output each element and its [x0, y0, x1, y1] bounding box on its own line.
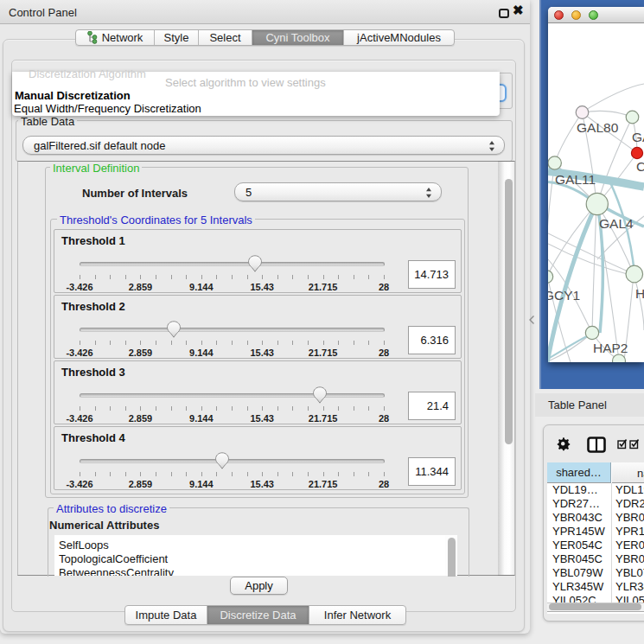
svg-text:GCY1: GCY1	[548, 288, 580, 303]
svg-text:GAL4: GAL4	[599, 216, 634, 231]
svg-text:GAL1: GAL1	[632, 130, 644, 144]
svg-text:HAP2: HAP2	[593, 341, 628, 355]
svg-text:GAL80: GAL80	[577, 120, 619, 135]
svg-text:HA: HA	[635, 286, 644, 301]
svg-text:CD: CD	[636, 159, 644, 174]
svg-text:GAL11: GAL11	[555, 172, 596, 187]
